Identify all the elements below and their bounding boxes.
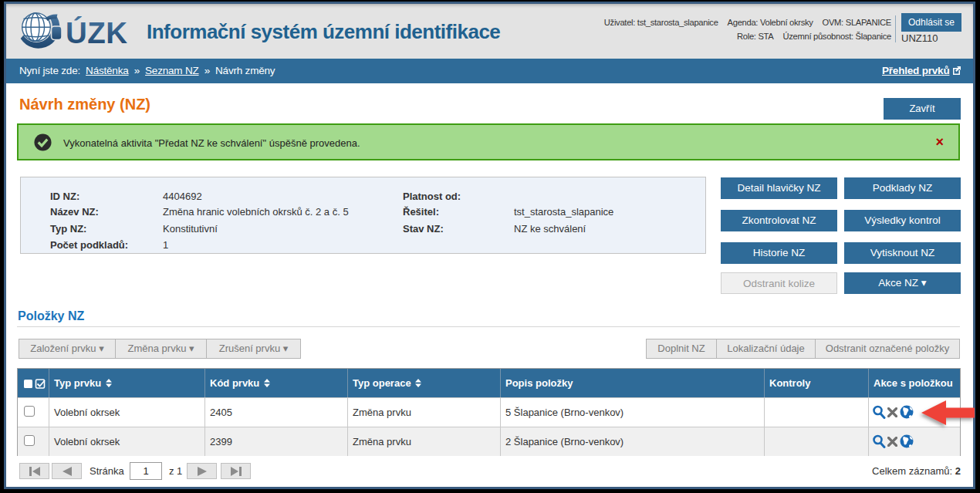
svg-text:ÚZK: ÚZK (66, 16, 128, 49)
